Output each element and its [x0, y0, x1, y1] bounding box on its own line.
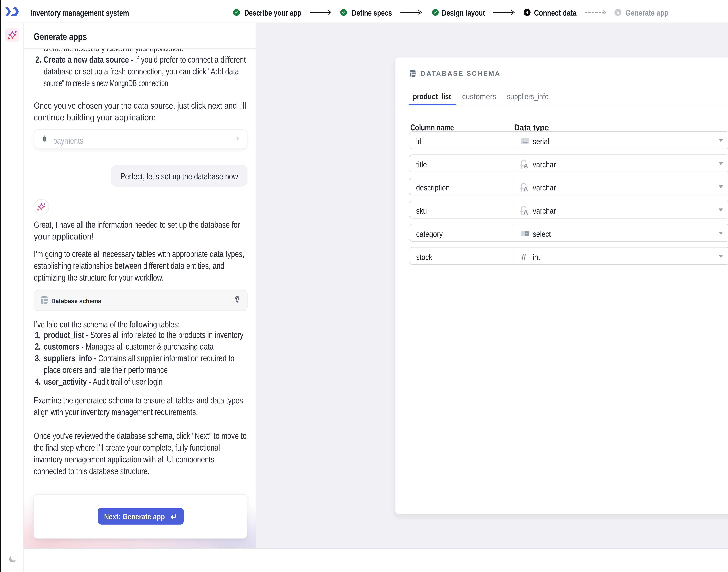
- svg-text:A: A: [523, 209, 528, 215]
- svg-text:1: 1: [522, 139, 525, 143]
- svg-text:A: A: [523, 162, 528, 169]
- svg-text:A: A: [523, 185, 528, 192]
